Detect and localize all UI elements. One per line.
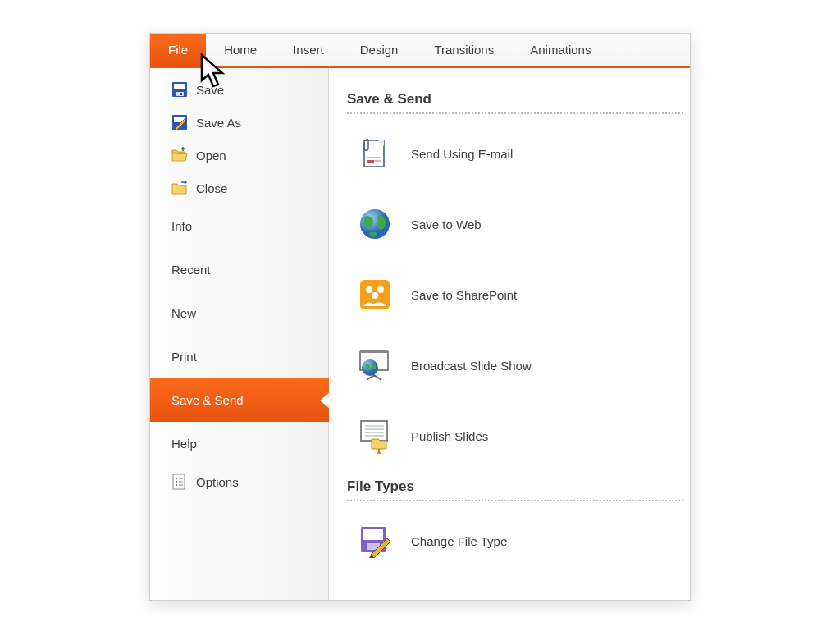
svg-point-9 (176, 481, 177, 483)
sidebar-item-label: Info (171, 219, 192, 233)
svg-point-18 (366, 286, 372, 293)
sidebar-item-label: Print (171, 350, 197, 364)
ribbon-tab-file[interactable]: File (150, 34, 206, 66)
sidebar-item-label: Recent (171, 263, 211, 277)
sharepoint-icon (358, 277, 392, 312)
sidebar-item-recent[interactable]: Recent (150, 248, 328, 291)
option-label: Send Using E-mail (411, 147, 513, 161)
open-icon (171, 147, 188, 163)
sidebar-item-label: Save As (196, 116, 241, 130)
option-label: Save to Web (411, 217, 482, 231)
svg-rect-22 (360, 350, 388, 353)
save-as-icon (171, 114, 188, 130)
ribbon-tab-design[interactable]: Design (342, 34, 417, 66)
globe-icon (358, 207, 392, 241)
ribbon-tab-insert[interactable]: Insert (275, 34, 342, 66)
svg-point-11 (176, 484, 177, 486)
svg-rect-3 (180, 93, 182, 95)
sidebar-item-save-as[interactable]: Save As (150, 106, 328, 139)
svg-point-7 (176, 478, 177, 479)
svg-rect-2 (176, 92, 184, 96)
options-icon (171, 474, 188, 490)
svg-rect-27 (361, 421, 387, 441)
svg-rect-1 (174, 84, 185, 89)
sidebar-item-close[interactable]: Close (150, 172, 328, 204)
sidebar-item-label: Close (196, 181, 227, 195)
backstage-sidebar: Save Save As Open (150, 68, 329, 600)
backstage-body: Save Save As Open (150, 68, 690, 600)
mouse-cursor-icon (199, 53, 229, 89)
email-icon (358, 137, 392, 170)
option-change-file-type[interactable]: Change File Type (347, 513, 683, 569)
option-save-web[interactable]: Save to Web (347, 196, 683, 252)
ribbon-tab-animations[interactable]: Animations (512, 34, 609, 66)
section-title-save-send: Save & Send (347, 91, 683, 108)
option-label: Change File Type (411, 534, 507, 548)
change-file-type-icon (358, 524, 392, 558)
backstage-content: Save & Send Send Using E-mail (329, 68, 690, 600)
close-folder-icon (171, 180, 188, 196)
sidebar-item-print[interactable]: Print (150, 335, 328, 378)
sidebar-item-label: Help (171, 437, 197, 451)
svg-rect-33 (377, 452, 381, 454)
option-save-sharepoint[interactable]: Save to SharePoint (347, 267, 683, 323)
svg-point-19 (377, 286, 384, 293)
backstage-window: File Home Insert Design Transitions Anim… (149, 33, 691, 601)
sidebar-item-save[interactable]: Save (150, 73, 328, 106)
option-label: Broadcast Slide Show (411, 359, 532, 373)
svg-point-20 (372, 292, 378, 299)
option-broadcast-slide-show[interactable]: Broadcast Slide Show (347, 337, 683, 393)
svg-rect-15 (368, 160, 374, 163)
sidebar-item-new[interactable]: New (150, 291, 328, 335)
sidebar-item-label: New (171, 306, 196, 320)
section-divider (347, 112, 683, 114)
svg-rect-35 (363, 529, 383, 540)
ribbon-tab-transitions[interactable]: Transitions (416, 34, 512, 66)
sidebar-item-save-send[interactable]: Save & Send (150, 378, 329, 422)
sidebar-item-options[interactable]: Options (150, 465, 328, 498)
option-publish-slides[interactable]: Publish Slides (347, 408, 683, 464)
save-icon (171, 81, 188, 98)
option-send-email[interactable]: Send Using E-mail (347, 126, 683, 181)
publish-icon (357, 418, 393, 454)
ribbon-tab-bar: File Home Insert Design Transitions Anim… (150, 34, 690, 68)
option-label: Publish Slides (411, 429, 488, 443)
sidebar-item-label: Options (196, 475, 239, 489)
svg-line-25 (374, 375, 381, 380)
broadcast-icon (357, 347, 393, 383)
sidebar-item-label: Open (196, 149, 226, 163)
sidebar-item-help[interactable]: Help (150, 422, 328, 465)
option-label: Save to SharePoint (411, 288, 517, 302)
sidebar-item-open[interactable]: Open (150, 139, 328, 172)
section-title-file-types: File Types (347, 478, 683, 495)
sidebar-item-info[interactable]: Info (150, 204, 328, 248)
sidebar-item-label: Save & Send (171, 393, 244, 407)
section-divider (347, 500, 683, 501)
